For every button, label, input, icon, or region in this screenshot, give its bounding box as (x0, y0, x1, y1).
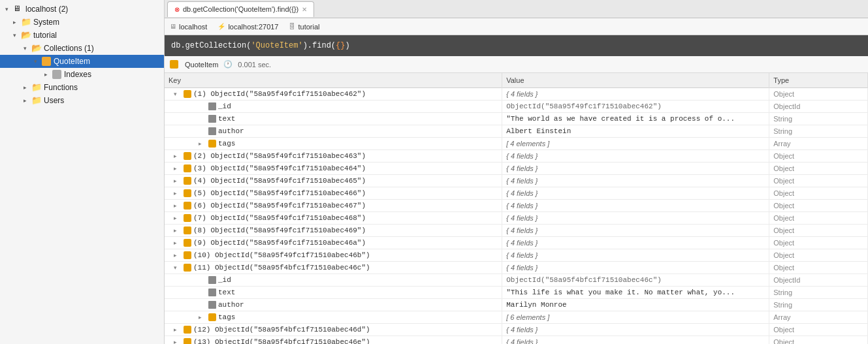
key-indent: text (169, 288, 235, 296)
sidebar-item-users[interactable]: 📁 Users (0, 94, 164, 107)
results-table[interactable]: Key Value Type (1) ObjectId("58a95f49fc1… (165, 73, 868, 344)
sidebar-item-tutorial[interactable]: 📂 tutorial (0, 29, 164, 42)
key-indent: _id (169, 275, 231, 283)
expand-icon[interactable] (174, 153, 182, 159)
results-toolbar: QuoteItem 🕐 0.001 sec. (165, 56, 868, 73)
key-cell: (6) ObjectId("58a95f49fc1f71510abec467") (165, 199, 502, 211)
table-row[interactable]: (3) ObjectId("58a95f49fc1f71510abec464")… (165, 162, 868, 174)
type-cell: Object (769, 162, 868, 174)
table-row[interactable]: tags[ 4 elements ]Array (165, 137, 868, 149)
key-text: _id (218, 102, 231, 110)
sidebar-item-system[interactable]: 📁 System (0, 16, 164, 29)
field-icon (208, 127, 216, 135)
port-connection-item: ⚡ localhost:27017 (217, 23, 278, 31)
table-row[interactable]: (5) ObjectId("58a95f49fc1f71510abec466")… (165, 187, 868, 199)
table-row[interactable]: (12) ObjectId("58a95f4bfc1f71510abec46d"… (165, 323, 868, 336)
key-text: text (218, 115, 235, 123)
sidebar-item-functions[interactable]: 📁 Functions (0, 81, 164, 94)
value-cell: { 4 fields } (502, 249, 769, 261)
chevron-icon (24, 84, 31, 91)
sidebar-item-label: localhost (2) (25, 5, 68, 14)
tab-close-button[interactable]: ✕ (302, 6, 307, 13)
table-row[interactable]: (9) ObjectId("58a95f49fc1f71510abec46a")… (165, 236, 868, 249)
value-text: "The world as we have created it is a pr… (506, 115, 735, 123)
expand-icon[interactable] (174, 190, 182, 196)
key-text: (1) ObjectId("58a95f49fc1f71510abec462") (193, 90, 366, 98)
type-cell: Array (769, 137, 868, 149)
expand-icon[interactable] (174, 215, 182, 221)
type-cell: String (769, 112, 868, 125)
expand-icon[interactable] (174, 202, 182, 209)
sidebar-item-indexes[interactable]: Indexes (0, 68, 164, 81)
expand-icon[interactable] (174, 178, 182, 184)
table-row[interactable]: text"This life is what you make it. No m… (165, 286, 868, 298)
database-icon: 📂 (21, 30, 31, 40)
table-row[interactable]: (8) ObjectId("58a95f49fc1f71510abec469")… (165, 224, 868, 236)
table-row[interactable]: _idObjectId("58a95f4bfc1f71510abec46c")O… (165, 274, 868, 286)
sidebar-item-quoteitem[interactable]: QuoteItem (0, 55, 164, 68)
expand-icon[interactable] (174, 240, 182, 246)
results-time: 0.001 sec. (238, 61, 271, 69)
value-cell: { 4 fields } (502, 261, 769, 274)
object-icon (184, 338, 191, 344)
key-indent: (13) ObjectId("58a95f4bfc1f71510abec46e"… (169, 337, 370, 344)
table-row[interactable]: authorAlbert EinsteinString (165, 125, 868, 137)
table-row[interactable]: _idObjectId("58a95f49fc1f71510abec462")O… (165, 100, 868, 112)
sidebar-item-localhost[interactable]: 🖥 localhost (2) (0, 3, 164, 16)
sidebar-item-collections[interactable]: 📂 Collections (1) (0, 42, 164, 55)
table-row[interactable]: (7) ObjectId("58a95f49fc1f71510abec468")… (165, 211, 868, 224)
expand-icon[interactable] (174, 264, 182, 271)
expand-icon[interactable] (199, 314, 206, 321)
expand-icon[interactable] (174, 339, 182, 344)
table-row[interactable]: (4) ObjectId("58a95f49fc1f71510abec465")… (165, 174, 868, 187)
value-text: [ 4 elements ] (506, 140, 549, 148)
key-text: (10) ObjectId("58a95f49fc1f71510abec46b"… (193, 251, 370, 259)
table-row[interactable]: (11) ObjectId("58a95f4bfc1f71510abec46c"… (165, 261, 868, 274)
key-text: (11) ObjectId("58a95f4bfc1f71510abec46c"… (193, 264, 370, 272)
key-cell: tags (165, 311, 502, 323)
expand-icon[interactable] (174, 165, 182, 172)
type-text: Array (773, 313, 790, 321)
expand-icon[interactable] (174, 252, 182, 258)
data-table: Key Value Type (1) ObjectId("58a95f49fc1… (165, 73, 868, 344)
type-text: Object (773, 202, 794, 210)
key-cell: (12) ObjectId("58a95f4bfc1f71510abec46d"… (165, 323, 502, 336)
table-row[interactable]: (6) ObjectId("58a95f49fc1f71510abec467")… (165, 199, 868, 211)
key-indent: (3) ObjectId("58a95f49fc1f71510abec464") (169, 164, 366, 172)
key-indent: (7) ObjectId("58a95f49fc1f71510abec468") (169, 213, 366, 221)
key-text: (12) ObjectId("58a95f4bfc1f71510abec46d"… (193, 326, 370, 334)
value-cell: { 4 fields } (502, 224, 769, 236)
table-row[interactable]: (10) ObjectId("58a95f49fc1f71510abec46b"… (165, 249, 868, 261)
table-row[interactable]: (2) ObjectId("58a95f49fc1f71510abec463")… (165, 149, 868, 162)
sidebar-item-label: tutorial (33, 31, 57, 40)
type-cell: Object (769, 224, 868, 236)
query-args: {} (336, 41, 345, 50)
value-cell: Albert Einstein (502, 125, 769, 137)
table-row[interactable]: authorMarilyn MonroeString (165, 298, 868, 311)
expand-icon[interactable] (174, 91, 182, 97)
table-row[interactable]: tags[ 6 elements ]Array (165, 311, 868, 323)
expand-icon[interactable] (174, 227, 182, 234)
sidebar-item-label: QuoteItem (54, 57, 90, 66)
value-cell: { 4 fields } (502, 236, 769, 249)
type-cell: String (769, 298, 868, 311)
key-indent: (5) ObjectId("58a95f49fc1f71510abec466") (169, 189, 366, 196)
query-tab[interactable]: ⊗ db.getCollection('QuoteItem').find({})… (167, 1, 314, 17)
server-conn-icon: 🖥 (170, 23, 176, 30)
key-cell: _id (165, 274, 502, 286)
key-indent: text (169, 114, 235, 122)
value-cell: { 4 fields } (502, 187, 769, 199)
field-icon (208, 301, 216, 309)
object-icon (184, 239, 191, 247)
type-cell: String (769, 286, 868, 298)
value-cell: [ 6 elements ] (502, 311, 769, 323)
expand-icon[interactable] (174, 326, 182, 333)
type-cell: ObjectId (769, 100, 868, 112)
table-row[interactable]: text"The world as we have created it is … (165, 112, 868, 125)
expand-icon[interactable] (199, 140, 206, 147)
value-text: ObjectId("58a95f4bfc1f71510abec46c") (506, 276, 662, 284)
table-row[interactable]: (1) ObjectId("58a95f49fc1f71510abec462")… (165, 87, 868, 100)
table-row[interactable]: (13) ObjectId("58a95f4bfc1f71510abec46e"… (165, 336, 868, 344)
chevron-icon (24, 97, 31, 104)
object-icon (184, 152, 191, 160)
